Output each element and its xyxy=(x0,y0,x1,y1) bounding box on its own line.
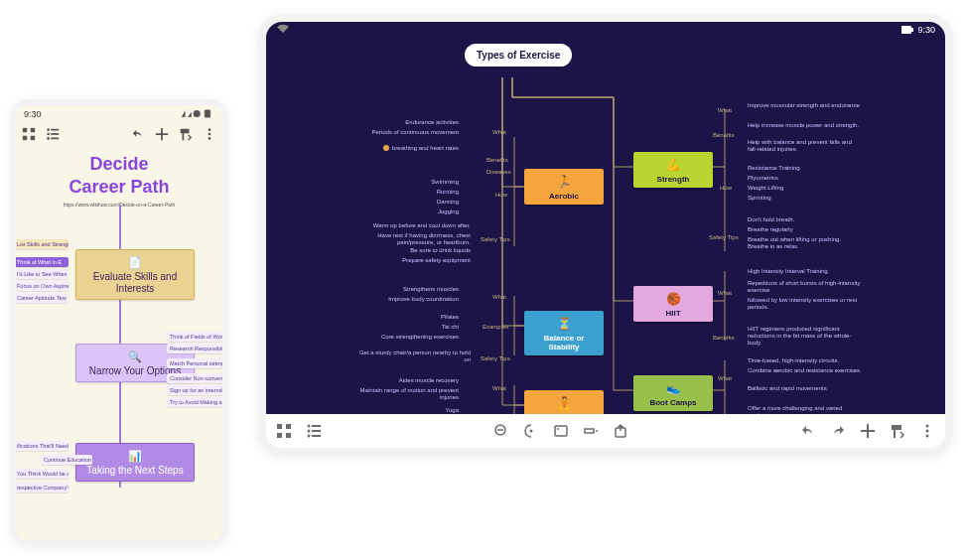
leaf[interactable]: Get a sturdy chair/a person nearby to ho… xyxy=(356,350,471,363)
node-balance[interactable]: ⏳Balance or Stability xyxy=(524,311,604,355)
outline-view-icon[interactable] xyxy=(46,127,60,141)
leaf[interactable]: breathing and heart rates xyxy=(383,145,459,152)
add-icon[interactable] xyxy=(860,423,876,439)
leaf[interactable]: Tai chi xyxy=(442,324,459,331)
more-icon[interactable] xyxy=(203,127,216,141)
center-icon[interactable] xyxy=(523,423,539,439)
svg-rect-3 xyxy=(31,128,35,132)
leaf[interactable]: Improve body coordination xyxy=(388,296,459,303)
leaf[interactable]: Yoga xyxy=(446,407,459,414)
node-evaluate[interactable]: 📄 Evaluate Skills and Interests xyxy=(75,249,195,300)
leaf[interactable]: Breathe out when lifting or pushing. Bre… xyxy=(748,236,862,250)
leaf[interactable]: Breathe regularly xyxy=(748,226,793,233)
leaf[interactable]: HIIT regimens produced significant reduc… xyxy=(748,326,862,348)
format-icon[interactable] xyxy=(179,127,193,141)
tag[interactable]: Try to Avoid Making a Decision B Money xyxy=(167,397,222,407)
leaf[interactable]: Help with balance and prevent falls and … xyxy=(748,139,862,153)
leaf[interactable]: Ballistic and rapid movements xyxy=(748,385,827,392)
label: HIIT xyxy=(665,309,680,318)
svg-point-23 xyxy=(308,430,311,433)
tag[interactable]: Think of What in E xyxy=(16,257,69,267)
tablet-frame: 9:30 Types of Exercise xyxy=(258,14,953,456)
lbl-safety: Safety Tips xyxy=(709,234,739,240)
tag[interactable]: Match Personal strengths and Potential J… xyxy=(167,358,222,368)
node-hiit[interactable]: 🏀HIIT xyxy=(633,286,713,322)
lbl-diseases: Diseases xyxy=(486,169,511,175)
leaf[interactable]: Pilates xyxy=(441,314,459,321)
grid-view-icon[interactable] xyxy=(22,127,36,141)
tag[interactable]: List Skills and Strengths xyxy=(16,239,69,249)
leaf[interactable]: Sprinting xyxy=(748,195,771,202)
format-icon[interactable] xyxy=(890,423,905,439)
leaf[interactable]: Offer a more challenging and varied work… xyxy=(748,405,862,414)
add-icon[interactable] xyxy=(155,127,169,141)
undo-icon[interactable] xyxy=(800,423,816,439)
tag[interactable]: Think of Fields of Work Broadly xyxy=(167,332,222,342)
attachment-icon[interactable] xyxy=(613,423,628,439)
grid-view-icon[interactable] xyxy=(276,423,292,439)
undo-icon[interactable] xyxy=(131,127,145,141)
leaf[interactable]: Maintain range of motion and prevent inj… xyxy=(345,387,459,401)
svg-point-35 xyxy=(926,430,929,433)
fit-icon[interactable] xyxy=(553,423,569,439)
leaf[interactable]: Have rest if having dizziness, chest pai… xyxy=(356,232,471,246)
leaf[interactable]: Prepare safety equipment xyxy=(402,257,471,264)
node-boot[interactable]: 👟Boot Camps xyxy=(633,375,713,411)
leaf[interactable]: Help increase muscle power and strength. xyxy=(748,122,859,129)
leaf[interactable]: Time-based, high-intensity circuits. xyxy=(748,357,839,364)
tag[interactable]: respective Company's Values r Own xyxy=(16,483,69,492)
outline-view-icon[interactable] xyxy=(306,423,322,439)
leaf[interactable]: Dancing xyxy=(437,199,459,206)
zoom-out-icon[interactable] xyxy=(493,423,509,439)
leaf[interactable]: Endurance activities xyxy=(405,119,459,126)
collapse-icon[interactable] xyxy=(583,423,599,439)
tag[interactable]: Research Responsibilities of Job within … xyxy=(167,344,222,353)
node-strength[interactable]: 💪Strength xyxy=(633,152,713,188)
leaf[interactable]: Jogging xyxy=(438,209,459,215)
leaf[interactable]: Aides muscle recovery xyxy=(399,377,459,384)
tag[interactable]: ifications That'll Need for the xyxy=(16,441,69,451)
leaf[interactable]: Strengthens muscles xyxy=(403,286,459,293)
leaf[interactable]: Resistance Training xyxy=(748,165,800,172)
root-node[interactable]: Types of Exercise xyxy=(465,44,572,67)
phone-title: Decide Career Path xyxy=(16,153,222,198)
leaf[interactable]: Be sure to drink liquids xyxy=(410,247,471,254)
label: Boot Camps xyxy=(649,398,696,407)
leaf[interactable]: Core strengthening exercises xyxy=(381,334,459,341)
node-next[interactable]: 📊 Taking the Next Steps xyxy=(75,443,195,482)
svg-rect-30 xyxy=(555,426,567,436)
leaf[interactable]: Weight Lifting xyxy=(748,185,783,192)
leaf[interactable]: Plyometrics xyxy=(748,175,778,182)
more-icon[interactable] xyxy=(919,423,935,439)
node-flexibility[interactable]: 🧘Flexibility xyxy=(524,390,604,414)
tag[interactable]: Sign up for an internship/Apprer xyxy=(167,385,222,395)
leaf[interactable]: Periods of continuous movement xyxy=(372,129,459,136)
leaf[interactable]: Improve muscular strength and endurance xyxy=(748,102,860,109)
leaf[interactable]: followed by low intensity exercises or r… xyxy=(748,297,862,311)
svg-point-12 xyxy=(208,128,211,131)
tag[interactable]: Consider Non-conventional/Cros xyxy=(167,373,222,383)
leaf[interactable]: Swimming xyxy=(431,179,459,186)
svg-point-13 xyxy=(208,133,211,136)
lbl-how: How xyxy=(720,185,732,191)
node-aerobic[interactable]: 🏃Aerobic xyxy=(524,169,604,205)
leaf[interactable]: High Intensity Interval Training. xyxy=(748,268,829,275)
leaf[interactable]: Combine aerobic and resistance exercises… xyxy=(748,367,862,374)
tag[interactable]: Career Aptitude Test xyxy=(16,293,69,303)
phone-canvas[interactable]: Decide Career Path https://www.wikihow.c… xyxy=(16,145,222,540)
leaf[interactable]: Repetitions of short bursts of high-inte… xyxy=(748,280,862,294)
svg-point-8 xyxy=(47,133,50,136)
tag[interactable]: I'd Like to See When I Retire xyxy=(16,269,69,279)
shoe-icon: 👟 xyxy=(637,381,709,395)
leaf[interactable]: Running xyxy=(437,189,459,196)
redo-icon[interactable] xyxy=(830,423,846,439)
leaf[interactable]: Warm up before and cool down after. xyxy=(373,222,471,229)
chart-icon: 📊 xyxy=(82,450,188,463)
tag[interactable]: Continue Education xyxy=(41,455,92,465)
tablet-canvas[interactable]: Types of Exercise 🏃Aerobic ⏳B xyxy=(266,38,945,414)
tag[interactable]: Focus on Own Aspiration xyxy=(16,281,69,291)
svg-rect-32 xyxy=(585,429,594,433)
leaf[interactable]: Don't hold breath. xyxy=(748,216,794,223)
tag[interactable]: You Think Would be a Good Fi xyxy=(16,469,69,479)
phone-toolbar xyxy=(16,123,222,145)
